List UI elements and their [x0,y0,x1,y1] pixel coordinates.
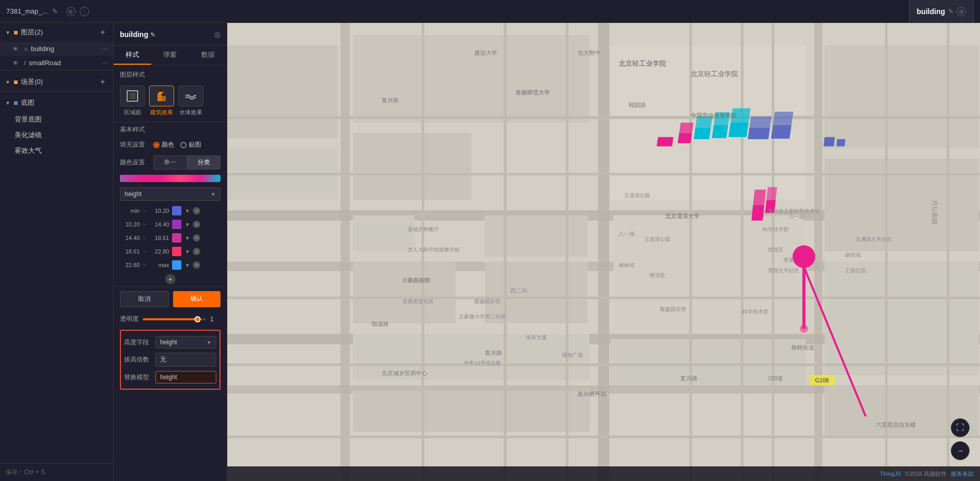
height-multiplier-row: 拔高倍数 无 [124,351,216,369]
height-model-value[interactable]: height [155,371,216,383]
thingjs-link[interactable]: ThingJS [880,471,901,477]
effect-area-icon [120,86,145,106]
eye-icon-smallroad[interactable]: 👁 [13,59,21,67]
svg-text:聚鑫园宾馆: 聚鑫园宾馆 [660,306,686,312]
more-icon[interactable]: ⋮ [80,7,89,16]
svg-text:G108: G108 [815,377,829,383]
top-bar: 7381_map_... ✎ ◎ ⋮ building ✎ ◎ [0,0,980,23]
svg-text:天庄幼儿童科学技术社: 天庄幼儿童科学技术社 [768,208,820,214]
range-delete-0[interactable]: × [193,207,200,214]
map-area[interactable]: G108 月坛南路 北京轻工业学院 颐园路 复兴路 复兴路 颐源路 西二环 新兴… [227,23,980,481]
tab-data[interactable]: 数据 [189,46,227,65]
base-arrow: ▼ [5,100,10,106]
svg-text:六里西贡信东楼: 六里西贡信东楼 [876,422,916,428]
svg-rect-80 [751,205,764,221]
effect-btn-water[interactable]: 水体效果 [178,86,203,116]
layer-name-building: building [31,45,99,53]
svg-text:北京轻工业学院: 北京轻工业学院 [619,59,666,67]
panel-tab-edit-icon: ✎ [948,8,953,15]
scenes-add-btn[interactable]: + [97,77,108,87]
next-btn[interactable]: → [951,441,970,460]
add-range-btn[interactable]: + [165,274,176,284]
base-item-fog-label: 雾效大气 [15,146,108,155]
location-icon[interactable]: ◎ [66,7,76,16]
range-color-2[interactable] [172,233,181,243]
tab-style[interactable]: 样式 [114,46,151,65]
height-multiplier-value[interactable]: 无 [155,353,216,367]
confirm-btn[interactable]: 确认 [173,291,221,307]
svg-text:文人大附中技能教学校: 文人大附中技能教学校 [408,247,460,252]
eye-icon-building[interactable]: 👁 [13,45,21,53]
opacity-slider[interactable] [143,318,206,320]
tab-popup[interactable]: 弹窗 [151,46,189,65]
layers-label: 图层(2) [21,28,94,37]
scenes-label: 场景(0) [21,77,94,87]
color-single-btn[interactable]: 单一 [153,155,187,170]
svg-rect-28 [825,262,979,375]
svg-marker-4 [157,92,164,94]
fill-color-radio[interactable]: 颜色 [153,140,174,149]
panel-tab-building[interactable]: building [917,7,945,16]
layer-item-building[interactable]: 👁 ○ building ⋯ [0,42,113,56]
range-delete-4[interactable]: × [193,261,200,269]
fill-texture-radio[interactable]: 贴图 [180,140,201,149]
range-color-3[interactable] [172,247,181,256]
layer-menu-smallroad[interactable]: ⋯ [102,59,108,67]
cancel-btn[interactable]: 取消 [120,291,169,307]
base-item-filter[interactable]: 美化滤镜 [0,127,113,143]
svg-text:复兴路: 复兴路 [382,97,399,103]
layer-menu-building[interactable]: ⋯ [102,45,108,53]
color-classify-btn[interactable]: 分类 [187,155,221,170]
height-model-text: height [160,374,212,381]
layers-add-btn[interactable]: + [97,27,108,38]
height-field-dropdown[interactable]: height ▼ [120,187,220,201]
range-min-0: min [120,208,140,214]
svg-rect-8 [814,23,823,481]
edit-icon: ✎ [52,7,58,15]
base-item-bg[interactable]: 背景底图 [0,112,113,127]
effect-buttons: 区域面 建筑效果 水体 [114,82,227,122]
layers-section-header: ▼ ■ 图层(2) + [0,23,113,42]
svg-rect-75 [771,125,791,139]
bottom-bar: ThingJS ©2018 高德软件 服务条款 [227,466,980,481]
layer-item-smallroad[interactable]: 👁 / smallRoad ⋯ [0,56,113,70]
svg-rect-21 [485,215,588,257]
svg-rect-77 [678,133,692,143]
base-item-fog[interactable]: 雾效大气 [0,143,113,159]
height-field-value[interactable]: height ▼ [155,336,216,348]
svg-text:稀林馆: 稀林馆 [619,262,634,268]
svg-text:国海广场: 国海广场 [562,352,583,358]
height-multiplier-label: 拔高倍数 [124,355,152,364]
range-color-1[interactable] [172,220,181,229]
svg-rect-71 [729,123,749,137]
range-color-0[interactable] [172,206,181,215]
panel-pin-icon[interactable]: ◎ [214,30,220,39]
range-delete-2[interactable]: × [193,234,200,242]
service-link[interactable]: 服务条款 [951,470,974,478]
panel-tab-pin-icon[interactable]: ◎ [957,7,966,16]
effect-btn-area[interactable]: 区域面 [120,86,145,116]
svg-text:普惠南里社区: 普惠南里社区 [402,298,434,304]
range-max-3: 22.80 [149,248,169,255]
range-delete-1[interactable]: × [193,221,200,228]
range-color-4[interactable] [172,260,181,270]
range-row-1: 10.20 ~ 14.40 ▼ × [114,218,227,231]
svg-text:世优区: 世优区 [768,247,783,252]
range-max-4: max [149,262,169,268]
svg-rect-15 [353,35,590,123]
svg-text:育园九号社区: 育园九号社区 [768,268,799,273]
layers-arrow: ▼ [5,30,10,35]
range-row-2: 14.40 ~ 18.61 ▼ × [114,231,227,245]
effect-btn-building[interactable]: 建筑效果 [149,86,174,116]
gradient-bar [120,175,220,182]
range-delete-3[interactable]: × [193,248,200,255]
fullscreen-btn[interactable]: ⛶ [951,418,970,437]
opacity-label: 透明度 [120,315,139,323]
effect-area-label: 区域面 [124,109,141,116]
svg-text:复兴路: 复兴路 [485,350,502,356]
save-hint: 保存：Ctrl + S [0,463,113,481]
svg-point-86 [792,245,815,268]
dropdown-arrow: ▼ [211,191,216,197]
base-section-header: ▼ ■ 底图 [0,94,113,112]
scenes-section: ▼ ■ 场景(0) + [0,70,113,91]
